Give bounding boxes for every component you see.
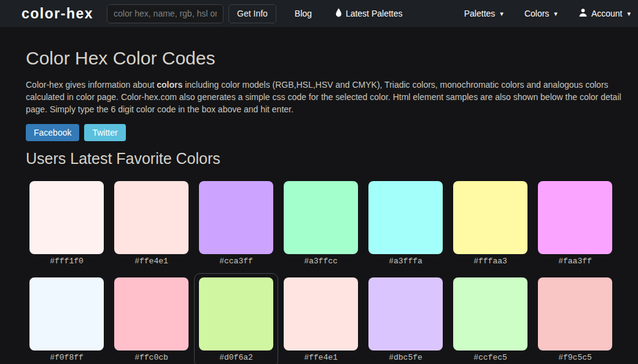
- color-swatch[interactable]: [114, 181, 189, 254]
- nav-menu-account[interactable]: Account ▾: [578, 8, 631, 19]
- color-swatch-cell[interactable]: #f9c5c5: [538, 277, 612, 362]
- color-hex-label[interactable]: #d0f6a2: [199, 353, 273, 362]
- color-hex-label[interactable]: #fffaa3: [453, 257, 527, 266]
- color-swatch-cell[interactable]: #a3ffcc: [284, 181, 358, 266]
- page-title: Color Hex Color Codes: [26, 48, 621, 69]
- color-swatch[interactable]: [199, 181, 273, 254]
- color-swatch-cell[interactable]: #d0f6a2: [199, 277, 273, 362]
- nav-menu-palettes[interactable]: Palettes ▾: [464, 9, 504, 18]
- nav-menu-colors[interactable]: Colors ▾: [524, 9, 558, 18]
- color-hex-label[interactable]: #fff1f0: [29, 257, 104, 266]
- social-buttons: Facebook Twitter: [26, 124, 621, 141]
- color-swatch-cell[interactable]: #f0f8ff: [29, 277, 104, 362]
- color-swatch[interactable]: [199, 277, 273, 350]
- color-hex-label[interactable]: #dbc5fe: [368, 353, 443, 362]
- color-swatch-cell[interactable]: #fff1f0: [29, 181, 104, 266]
- color-swatch[interactable]: [368, 181, 443, 254]
- facebook-button[interactable]: Facebook: [26, 124, 79, 141]
- favorites-title: Users Latest Favorite Colors: [26, 150, 621, 168]
- color-hex-label[interactable]: #ffe4e1: [114, 257, 189, 266]
- color-swatch-cell[interactable]: #ffc0cb: [114, 277, 189, 362]
- color-hex-label[interactable]: #cca3ff: [199, 257, 273, 266]
- color-hex-label[interactable]: #ffc0cb: [114, 353, 189, 362]
- intro-bold-word: colors: [157, 80, 182, 90]
- chevron-down-icon: ▾: [554, 10, 558, 18]
- color-swatch[interactable]: [114, 277, 189, 350]
- nav-link-latest-palettes[interactable]: Latest Palettes: [335, 8, 403, 19]
- color-swatch[interactable]: [453, 277, 527, 350]
- color-hex-label[interactable]: #ffe4e1: [284, 353, 358, 362]
- user-icon: [578, 8, 588, 19]
- color-hex-label[interactable]: #f0f8ff: [29, 353, 104, 362]
- color-hex-label[interactable]: #ccfec5: [453, 353, 527, 362]
- color-swatch-cell[interactable]: #fffaa3: [453, 181, 527, 266]
- twitter-button[interactable]: Twitter: [84, 124, 125, 141]
- color-swatch-cell[interactable]: #cca3ff: [199, 181, 273, 266]
- color-swatch[interactable]: [284, 277, 358, 350]
- intro-paragraph: Color-hex gives information about colors…: [26, 79, 621, 115]
- get-info-button[interactable]: Get Info: [228, 4, 276, 23]
- color-swatch[interactable]: [368, 277, 443, 350]
- color-swatch[interactable]: [538, 277, 612, 350]
- main-content: Color Hex Color Codes Color-hex gives in…: [0, 27, 638, 362]
- nav-link-blog[interactable]: Blog: [295, 9, 312, 18]
- site-logo[interactable]: color-hex: [21, 6, 93, 22]
- color-swatch[interactable]: [284, 181, 358, 254]
- color-swatch[interactable]: [29, 181, 104, 254]
- color-hex-label[interactable]: #a3fffa: [368, 257, 443, 266]
- color-swatch-cell[interactable]: #ffe4e1: [114, 181, 189, 266]
- nav-left-links: Blog Latest Palettes: [295, 8, 403, 19]
- color-hex-label[interactable]: #f9c5c5: [538, 353, 612, 362]
- color-swatch-cell[interactable]: #a3fffa: [368, 181, 443, 266]
- navbar: color-hex Get Info Blog Latest Palettes …: [0, 0, 638, 27]
- chevron-down-icon: ▾: [500, 10, 504, 18]
- nav-right-links: Palettes ▾ Colors ▾ Account ▾: [464, 8, 632, 19]
- color-swatch-cell[interactable]: #ccfec5: [453, 277, 527, 362]
- favorites-grid: #fff1f0#ffe4e1#cca3ff#a3ffcc#a3fffa#fffa…: [29, 181, 621, 362]
- color-swatch-cell[interactable]: #dbc5fe: [368, 277, 443, 362]
- search-input[interactable]: [107, 4, 224, 23]
- color-hex-label[interactable]: #a3ffcc: [284, 257, 358, 266]
- color-swatch[interactable]: [453, 181, 527, 254]
- color-swatch[interactable]: [538, 181, 612, 254]
- chevron-down-icon: ▾: [627, 10, 631, 18]
- color-swatch[interactable]: [29, 277, 104, 350]
- color-swatch-cell[interactable]: #ffe4e1: [284, 277, 358, 362]
- color-hex-label[interactable]: #faa3ff: [538, 257, 612, 266]
- droplet-icon: [335, 8, 342, 19]
- color-swatch-cell[interactable]: #faa3ff: [538, 181, 612, 266]
